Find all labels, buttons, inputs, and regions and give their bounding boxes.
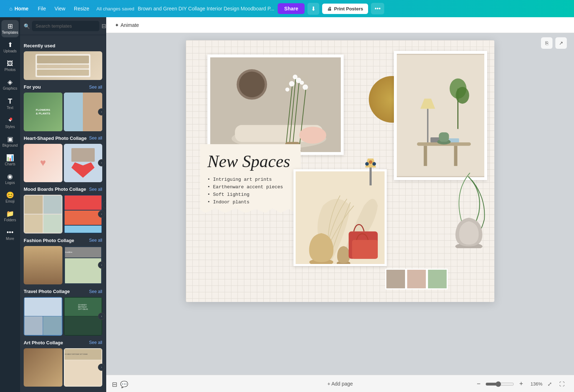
search-input[interactable] [32,21,99,31]
svg-rect-24 [454,146,457,166]
recent-template-thumb[interactable] [24,51,102,80]
sidebar-item-text[interactable]: T Text [1,95,19,113]
template-thumb-travel-2[interactable]: 23 HANDYBIRTHDAYGIFT IDEAS [64,297,103,336]
more-icon: ••• [375,5,381,11]
for-you-header: For you See all [24,84,102,90]
add-page-button[interactable]: + Add page [321,379,358,389]
view-menu[interactable]: View [50,4,70,14]
download-icon: ⬇ [311,6,316,12]
animate-button[interactable]: ✦ Animate [112,21,142,29]
mood-boards-see-all[interactable]: See all [89,187,102,192]
save-status: All changes saved [97,6,135,11]
template-thumb-art-2[interactable]: 23 HANDY BIRTHDAY GIFT IDEAS [64,348,103,387]
template-thumb-heart-1[interactable]: ♥ [24,144,62,183]
sidebar-item-uploads[interactable]: ⬆ Uploads [1,39,19,56]
more-icon: ••• [7,229,14,236]
new-spaces-section[interactable]: New Spaces Intriguing art prints Earthen… [200,144,301,213]
canvas-toolbar: ✦ Animate [106,17,574,33]
bottom-bar: + Add page ⊟ 💬 − + 136% ⤢ ⛶ [106,375,574,392]
home-button[interactable]: ⌂ Home [4,4,33,14]
for-you-see-all[interactable]: See all [89,85,102,90]
document-title: Brown and Green DIY Collage Interior Des… [134,6,278,11]
fullscreen-button[interactable]: ⛶ [557,380,567,388]
sidebar-item-styles[interactable]: ✦ Styles [1,114,19,132]
travel-title: Travel Photo Collage [24,289,70,294]
search-icon: 🔍 [24,23,30,29]
art-title: Art Photo Collage [24,340,63,345]
zoom-out-button[interactable]: − [475,379,483,388]
svg-point-13 [285,88,289,91]
swatch-green [427,269,448,289]
template-thumb-art-1[interactable] [24,348,62,387]
svg-point-12 [293,75,297,79]
fashion-grid: love&live [24,246,102,285]
icon-bar: ⊞ Templates ⬆ Uploads 🖼 Photos ◈ Graphic… [0,17,20,392]
page-nav-right[interactable]: 💬 [120,381,128,388]
download-button[interactable]: ⬇ [307,3,319,15]
share-button[interactable]: Share [278,3,305,14]
template-thumb-fashion-1[interactable] [24,246,62,285]
art-header: Art Photo Collage See all [24,340,102,345]
heart-shaped-see-all[interactable]: See all [89,136,102,141]
canvas-copy-button[interactable]: ⎘ [541,37,552,49]
sidebar-item-background[interactable]: ▣ Bkground [1,133,19,150]
heart-next-chevron[interactable]: › [98,159,105,166]
canvas-expand-button[interactable]: ↗ [555,37,567,49]
for-you-next-chevron[interactable]: › [98,108,105,115]
recently-used-title: Recently used [24,43,55,48]
graphics-icon: ◈ [8,79,13,85]
for-you-title: For you [24,84,41,90]
more-options-button[interactable]: ••• [371,3,384,14]
template-thumb-flowers[interactable]: FLOWERS& PLANTS [24,93,62,131]
top-navigation: ⌂ Home File View Resize All changes save… [0,0,574,17]
fashion-next-chevron[interactable]: › [98,261,105,269]
moodboard-canvas[interactable]: my fave 4 artist [186,40,494,302]
template-thumb-mood-2[interactable] [64,195,103,233]
photo-room[interactable] [394,51,487,180]
canvas-area: ✦ Animate ⎘ ↗ [106,17,574,392]
print-button[interactable]: 🖨 Print Posters [322,4,368,14]
template-thumb-heart-2[interactable] [64,144,103,183]
mood-boards-title: Mood Boards Photo Collage [24,186,86,192]
sidebar-item-graphics[interactable]: ◈ Graphics [1,76,19,93]
zoom-level: 136% [528,381,542,387]
svg-rect-25 [427,109,428,142]
color-swatches [385,269,448,289]
bullet-item-4: Indoor plants [207,198,293,206]
sidebar-item-photos[interactable]: 🖼 Photos [1,57,19,75]
travel-next-chevron[interactable]: › [98,313,105,320]
printer-icon: 🖨 [327,6,332,11]
svg-rect-37 [370,167,372,185]
page-nav-left[interactable]: ⊟ [112,381,117,388]
template-thumb-travel-1[interactable] [24,297,62,336]
sidebar-item-logos[interactable]: ◉ Logos [1,170,19,188]
svg-rect-30 [439,132,449,142]
canvas-scroll[interactable]: ⎘ ↗ [106,33,574,375]
heart-shaped-title: Heart-Shaped Photo Collage [24,136,87,141]
travel-see-all[interactable]: See all [89,289,102,294]
styles-notification-dot [10,118,12,120]
fit-to-screen-button[interactable]: ⤢ [545,380,554,388]
art-see-all[interactable]: See all [89,340,102,345]
mood-next-chevron[interactable]: › [98,211,105,218]
fashion-see-all[interactable]: See all [89,238,102,243]
filter-icon[interactable]: ⊟ [102,23,106,29]
new-spaces-title: New Spaces [207,153,293,170]
sidebar-item-charts[interactable]: 📊 Charts [1,152,19,169]
template-thumb-fashion[interactable] [64,93,103,131]
fashion-header: Fashion Photo Collage See all [24,238,102,243]
template-thumb-mood-1[interactable] [24,195,62,233]
sidebar-item-templates[interactable]: ⊞ Templates [1,20,19,37]
sidebar-item-folders[interactable]: 📁 Folders [1,208,19,225]
file-menu[interactable]: File [33,4,50,14]
svg-point-14 [300,81,304,85]
sidebar-item-emoji[interactable]: 😊 Emoji [1,189,19,206]
zoom-slider[interactable] [485,381,514,387]
resize-menu[interactable]: Resize [70,4,94,14]
template-thumb-fashion-2[interactable]: love&live [64,246,103,285]
uploads-icon: ⬆ [8,42,13,48]
art-next-chevron[interactable]: › [98,364,105,371]
sidebar-item-more[interactable]: ••• More [1,226,19,244]
zoom-in-button[interactable]: + [517,379,525,388]
photo-flower[interactable] [207,55,344,155]
